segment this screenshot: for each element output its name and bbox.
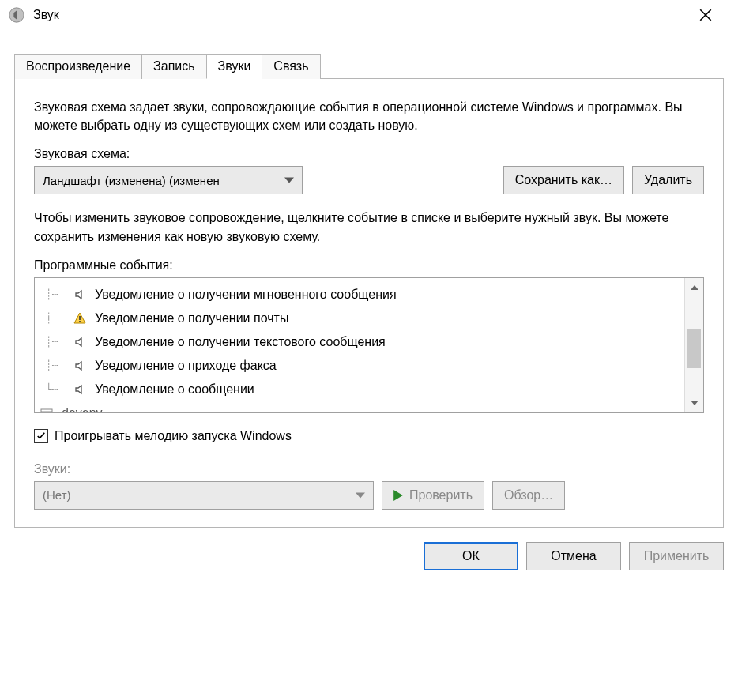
event-item-label: Уведомление о получении текстового сообщ… — [95, 335, 386, 349]
sound-file-value: (Нет) — [43, 488, 71, 502]
sound-scheme-value: Ландшафт (изменена) (изменен — [43, 174, 220, 187]
scroll-up-icon[interactable] — [685, 278, 703, 297]
sounds-label: Звуки: — [34, 462, 704, 476]
speaker-icon — [73, 336, 87, 348]
events-label: Программные события: — [34, 258, 704, 273]
apply-button[interactable]: Применить — [629, 542, 724, 570]
tab-strip: Воспроизведение Запись Звуки Связь — [14, 54, 738, 79]
test-button-label: Проверить — [409, 488, 473, 502]
close-button[interactable] — [698, 8, 730, 22]
scheme-label: Звуковая схема: — [34, 147, 704, 161]
event-item[interactable]: ┊┄ Уведомление о получении почты — [46, 307, 680, 330]
chevron-down-icon — [356, 492, 365, 499]
delete-button[interactable]: Удалить — [632, 166, 704, 194]
play-icon — [393, 490, 403, 501]
checkbox-icon[interactable] — [34, 429, 48, 443]
title-bar: Звук — [0, 0, 738, 32]
program-events-body[interactable]: ┊┄ Уведомление о получении мгновенного с… — [35, 278, 684, 412]
tree-branch-icon: ┊┄ — [46, 312, 65, 324]
events-scrollbar[interactable] — [684, 278, 703, 412]
tab-sounds[interactable]: Звуки — [206, 54, 263, 79]
event-item-label: devenv — [62, 406, 103, 412]
tree-branch-icon: ┊┄ — [46, 359, 65, 371]
sound-scheme-dropdown[interactable]: Ландшафт (изменена) (изменен — [34, 166, 303, 194]
speaker-icon — [73, 383, 87, 396]
scroll-down-icon[interactable] — [685, 393, 703, 412]
dialog-footer: ОК Отмена Применить — [0, 528, 738, 570]
play-startup-label: Проигрывать мелодию запуска Windows — [55, 429, 292, 443]
tree-branch-icon: ┊┄ — [46, 336, 65, 348]
event-item[interactable]: ┊┄ Уведомление о получении мгновенного с… — [46, 283, 680, 307]
tree-branch-icon: ┊┄ — [46, 288, 65, 300]
event-item[interactable]: └┄ Уведомление о сообщении — [46, 378, 680, 401]
sounds-panel: Звуковая схема задает звуки, сопровождаю… — [14, 78, 724, 528]
scheme-description: Звуковая схема задает звуки, сопровождаю… — [34, 98, 704, 134]
window-title: Звук — [33, 8, 698, 22]
event-item[interactable]: devenv — [46, 401, 680, 412]
save-as-button[interactable]: Сохранить как… — [503, 166, 624, 194]
tab-recording[interactable]: Запись — [141, 54, 207, 79]
speaker-icon — [73, 359, 87, 372]
event-item[interactable]: ┊┄ Уведомление о приходе факса — [46, 354, 680, 378]
events-description: Чтобы изменить звуковое сопровождение, щ… — [34, 209, 704, 245]
event-item-label: Уведомление о получении мгновенного сооб… — [95, 288, 397, 302]
cancel-button[interactable]: Отмена — [526, 542, 621, 570]
sound-file-dropdown[interactable]: (Нет) — [34, 481, 374, 510]
app-icon — [40, 407, 54, 412]
sound-app-icon — [8, 6, 25, 24]
event-item-label: Уведомление о получении почты — [95, 311, 288, 326]
svg-rect-4 — [79, 321, 81, 322]
event-item-label: Уведомление о сообщении — [95, 382, 254, 397]
tab-playback[interactable]: Воспроизведение — [14, 54, 142, 79]
event-item-label: Уведомление о приходе факса — [95, 359, 277, 373]
warning-icon — [73, 312, 87, 325]
svg-rect-3 — [79, 316, 81, 320]
browse-button[interactable]: Обзор… — [492, 481, 565, 510]
ok-button[interactable]: ОК — [424, 542, 518, 570]
scroll-track[interactable] — [685, 297, 703, 393]
chevron-down-icon — [284, 177, 294, 183]
speaker-icon — [73, 288, 87, 301]
play-startup-checkbox-row[interactable]: Проигрывать мелодию запуска Windows — [34, 429, 704, 443]
tab-communications[interactable]: Связь — [262, 54, 320, 79]
scroll-thumb[interactable] — [687, 329, 701, 368]
tree-branch-icon: └┄ — [46, 383, 65, 395]
program-events-list: ┊┄ Уведомление о получении мгновенного с… — [34, 277, 704, 413]
event-item[interactable]: ┊┄ Уведомление о получении текстового со… — [46, 330, 680, 354]
test-button[interactable]: Проверить — [382, 481, 484, 510]
